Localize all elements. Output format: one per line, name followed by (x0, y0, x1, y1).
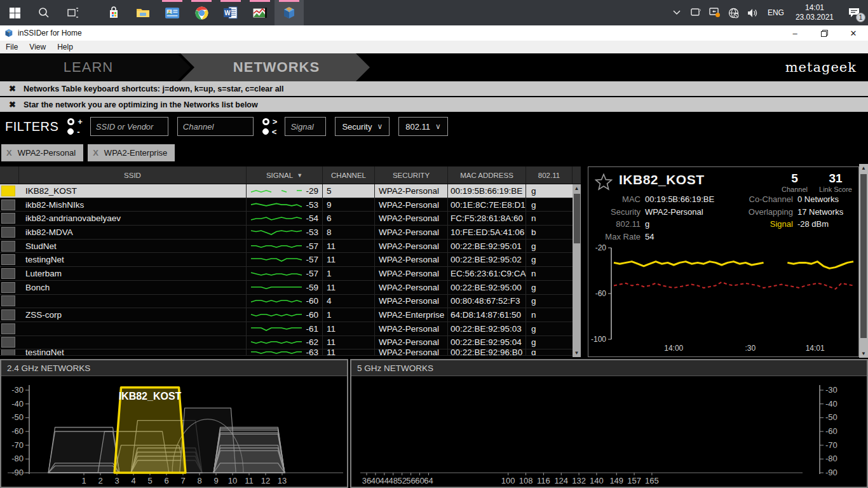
star-icon[interactable] (595, 173, 613, 191)
tray-tablet-button[interactable] (686, 0, 705, 25)
start-button[interactable] (0, 0, 29, 25)
svg-text:-60: -60 (825, 426, 837, 436)
networks-table: SSIDSIGNAL▼CHANNELSECURITYMAC ADDRESS802… (0, 166, 581, 357)
star-cell[interactable] (0, 295, 19, 308)
maximize-button[interactable] (810, 25, 839, 41)
table-row[interactable]: StudNet-5711WPA2-Personal00:22:BE:92:95:… (0, 240, 581, 254)
filter-chip-wpa2-enterprise[interactable]: XWPA2-Enterprise (88, 144, 175, 161)
store-icon (107, 6, 120, 19)
filters-label: FILTERS (5, 119, 58, 134)
tray-volume-button[interactable] (743, 0, 763, 25)
table-row[interactable]: -604WPA2-Personal00:80:48:67:52:F3g (0, 295, 581, 309)
star-cell[interactable] (0, 336, 19, 349)
menu-item-file[interactable]: File (0, 43, 24, 51)
running-indicator (279, 0, 299, 2)
scroll-up-icon[interactable]: ▲ (859, 164, 868, 172)
star-cell[interactable] (0, 349, 19, 355)
star-cell[interactable] (0, 184, 19, 198)
table-row[interactable]: -6111WPA2-Personal00:22:BE:92:95:03g (0, 322, 581, 336)
star-cell[interactable] (0, 322, 19, 336)
table-row[interactable]: testingNet-5711WPA2-Personal00:22:BE:92:… (0, 253, 581, 267)
file-explorer-taskbar-button[interactable] (128, 0, 158, 25)
filter-exclude-radio[interactable]: - (67, 128, 83, 136)
svg-text:W: W (224, 10, 231, 17)
chevron-down-icon: ∨ (377, 122, 383, 131)
minimize-button[interactable]: – (780, 25, 810, 41)
table-row[interactable]: ZSS-corp-601WPA2-Enterprise64:D8:14:87:6… (0, 308, 581, 322)
star-cell[interactable] (0, 212, 19, 225)
table-row[interactable]: Luterbam-571WPA2-PersonalEC:56:23:61:C9:… (0, 267, 581, 281)
security-filter-dropdown[interactable]: Security ∨ (335, 117, 390, 136)
column-header-channel[interactable]: CHANNEL (323, 166, 375, 184)
chart-app-taskbar-button[interactable] (245, 0, 275, 25)
chrome-taskbar-button[interactable] (187, 0, 216, 25)
spectrum-24ghz-chart: -30-40-50-60-70-80-9012345678910111213IK… (1, 376, 347, 487)
svg-text:-40: -40 (825, 399, 837, 409)
tab-networks[interactable]: NETWORKS (191, 53, 362, 81)
table-row[interactable]: -6211WPA2-Personal00:22:BE:92:95:04g (0, 336, 581, 350)
store-taskbar-button[interactable] (99, 0, 128, 25)
pane-scrollbar[interactable]: ▲ ▼ (859, 164, 868, 358)
table-row[interactable]: ikb82-andrianovabelyaev-546WPA2-Personal… (0, 212, 581, 226)
search-button[interactable] (29, 0, 58, 25)
column-header-ssid[interactable]: SSID (19, 166, 247, 184)
tablet-icon (691, 8, 701, 17)
sort-desc-icon: ▼ (297, 172, 302, 179)
dot11-filter-dropdown[interactable]: 802.11 ∨ (398, 117, 448, 136)
inssider-taskbar-button[interactable] (275, 0, 304, 25)
svg-text:-80: -80 (11, 454, 24, 463)
table-row[interactable]: Bonch-5911WPA2-Personal00:22:BE:92:95:00… (0, 281, 581, 295)
scroll-down-icon[interactable]: ▼ (859, 349, 868, 358)
star-cell[interactable] (0, 226, 19, 239)
tab-learn[interactable]: LEARN (0, 53, 177, 81)
star-cell[interactable] (0, 253, 19, 266)
star-cell[interactable] (0, 240, 19, 253)
scroll-down-icon[interactable]: ▼ (573, 349, 581, 357)
cell-80211: g (526, 253, 564, 266)
star-cell[interactable] (0, 281, 19, 294)
table-row[interactable]: testingNet-6311WPA2-Personal00:22:BE:92:… (0, 349, 581, 356)
filter-include-radio[interactable]: + (67, 118, 83, 126)
column-header-signal[interactable]: SIGNAL▼ (247, 166, 323, 184)
filter-less-radio[interactable]: < (262, 128, 278, 136)
ssid-filter-input[interactable] (90, 117, 168, 136)
tray-network-button[interactable] (724, 0, 743, 25)
scroll-up-icon[interactable]: ▲ (573, 184, 581, 193)
scrollbar-thumb[interactable] (574, 194, 580, 243)
tray-expand-button[interactable] (667, 0, 686, 25)
notification-center-button[interactable]: 1 (840, 0, 868, 25)
column-header-mac-address[interactable]: MAC ADDRESS (448, 166, 526, 184)
taskbar-clock[interactable]: 14:01 23.03.2021 (789, 3, 840, 22)
table-row[interactable]: IKB82_KOST-295WPA2-Personal00:19:5B:66:1… (0, 184, 581, 198)
task-view-button[interactable] (58, 0, 88, 25)
table-scrollbar[interactable]: ▲ ▼ (573, 184, 581, 357)
close-icon[interactable]: ✖ (0, 100, 24, 109)
column-header-security[interactable]: SECURITY (375, 166, 448, 184)
language-indicator[interactable]: ENG (763, 8, 789, 17)
filter-greater-radio[interactable]: > (262, 118, 278, 126)
close-icon[interactable]: ✖ (0, 84, 24, 93)
star-cell[interactable] (0, 308, 19, 322)
tray-sync-button[interactable] (705, 0, 724, 25)
cell-security: WPA2-Personal (375, 322, 448, 336)
svg-text:5: 5 (147, 476, 152, 485)
remove-chip-icon[interactable]: X (6, 148, 12, 158)
remove-chip-icon[interactable]: X (93, 148, 98, 158)
scrollbar-thumb[interactable] (860, 174, 867, 338)
word-taskbar-button[interactable]: W (216, 0, 245, 25)
filter-chip-wpa2-personal[interactable]: XWPA2-Personal (1, 144, 83, 161)
channel-filter-input[interactable] (177, 117, 254, 136)
menu-item-view[interactable]: View (24, 43, 51, 51)
star-cell[interactable] (0, 267, 19, 280)
table-row[interactable]: ikb82-MishNIks-539WPA2-Personal00:1E:8C:… (0, 198, 581, 212)
column-header-802-11[interactable]: 802.11 (526, 166, 573, 184)
signal-filter-input[interactable] (285, 117, 326, 136)
close-button[interactable]: ✕ (839, 25, 868, 41)
star-cell[interactable] (0, 198, 19, 212)
svg-text:108: 108 (519, 476, 533, 485)
svg-text:-30: -30 (11, 385, 24, 395)
mail-card-taskbar-button[interactable] (158, 0, 187, 25)
table-row[interactable]: ikb82-MDVA-538WPA2-Personal10:FE:ED:5A:4… (0, 226, 581, 240)
menu-item-help[interactable]: Help (51, 43, 79, 51)
cell-80211: n (526, 212, 564, 225)
